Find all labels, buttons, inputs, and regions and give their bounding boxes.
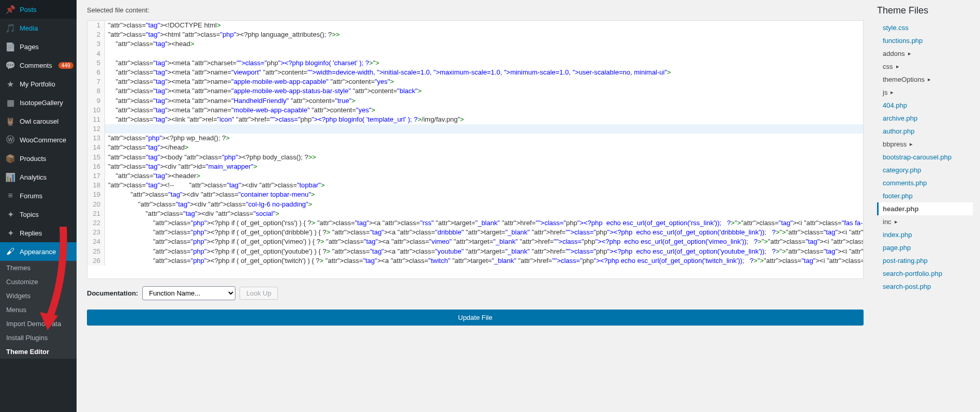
file-bbpress[interactable]: bbpress <box>879 138 973 151</box>
code-line[interactable]: 8 "attr">class="tag"><meta "attr">name="… <box>87 86 863 96</box>
file-comments-php[interactable]: comments.php <box>879 176 973 189</box>
code-line[interactable]: 7 "attr">class="tag"><meta "attr">name="… <box>87 77 863 86</box>
line-number: 5 <box>87 58 105 68</box>
code-line[interactable]: 18"attr">class="tag"><!-- "attr">class="… <box>87 181 863 190</box>
line-number: 18 <box>87 181 105 190</box>
file-post-rating-php[interactable]: post-rating.php <box>879 254 973 267</box>
sidebar-item-products[interactable]: 📦Products <box>0 149 77 168</box>
code-line[interactable]: 23 "attr">class="php"><?php if ( of_get_… <box>87 228 863 237</box>
code-line[interactable]: 16"attr">class="tag"><div "attr">id="mai… <box>87 162 863 171</box>
function-select[interactable]: Function Name... <box>142 286 235 300</box>
code-line[interactable]: 20 "attr">class="tag"><div "attr">class=… <box>87 200 863 209</box>
code-editor[interactable]: 1"attr">class="tag"><!DOCTYPE html>2"att… <box>87 20 864 279</box>
code-line[interactable]: 2"attr">class="tag"><html "attr">class="… <box>87 30 863 39</box>
file-category-php[interactable]: category.php <box>879 164 973 176</box>
code-line[interactable]: 12 <box>87 124 863 134</box>
code-line[interactable]: 21 "attr">class="tag"><div "attr">class=… <box>87 209 863 218</box>
submenu-customize[interactable]: Customize <box>0 275 77 289</box>
file-addons[interactable]: addons <box>879 47 973 60</box>
submenu-theme-editor[interactable]: Theme Editor <box>0 345 77 359</box>
file-functions-php[interactable]: functions.php <box>879 34 973 47</box>
line-content: "attr">class="php"><?php if ( of_get_opt… <box>105 218 864 228</box>
code-line[interactable]: 10 "attr">class="tag"><meta "attr">name=… <box>87 106 863 115</box>
code-line[interactable]: 9 "attr">class="tag"><meta "attr">name="… <box>87 96 863 106</box>
line-content <box>105 124 108 134</box>
code-line[interactable]: 17 "attr">class="tag"><header> <box>87 171 863 181</box>
line-number: 15 <box>87 153 105 162</box>
line-content: "attr">class="tag"><head> <box>105 39 194 49</box>
submenu-install-plugins[interactable]: Install Plugins <box>0 331 77 345</box>
woo-icon: ⓦ <box>5 135 16 145</box>
line-number: 16 <box>87 162 105 171</box>
sidebar-item-replies[interactable]: ✦Replies <box>0 224 77 242</box>
line-content: "attr">class="tag"><link "attr">rel="ico… <box>105 115 464 124</box>
file-footer-php[interactable]: footer.php <box>879 189 973 202</box>
line-content: "attr">class="tag"></head> <box>105 143 188 152</box>
sidebar-item-analytics[interactable]: 📊Analytics <box>0 168 77 186</box>
line-number: 8 <box>87 86 105 96</box>
media-icon: 🎵 <box>5 23 16 33</box>
sidebar-item-isotopegallery[interactable]: ▦IsotopeGallery <box>0 93 77 112</box>
sidebar-item-comments[interactable]: 💬Comments449 <box>0 56 77 75</box>
code-line[interactable]: 5 "attr">class="tag"><meta "attr">charse… <box>87 58 863 68</box>
line-number: 23 <box>87 228 105 237</box>
line-content: "attr">class="tag"><div "attr">class="co… <box>105 190 315 199</box>
submenu-themes[interactable]: Themes <box>0 261 77 275</box>
file-header-php[interactable]: header.php <box>877 202 973 215</box>
sidebar-item-my-portfolio[interactable]: ★My Portfolio <box>0 75 77 93</box>
theme-files-panel: Theme Files style.cssfunctions.phpaddons… <box>874 0 980 412</box>
code-line[interactable]: 19 "attr">class="tag"><div "attr">class=… <box>87 190 863 199</box>
code-line[interactable]: 22 "attr">class="php"><?php if ( of_get_… <box>87 218 863 228</box>
file-archive-php[interactable]: archive.php <box>879 112 973 125</box>
submenu-widgets[interactable]: Widgets <box>0 289 77 303</box>
file-css[interactable]: css <box>879 60 973 73</box>
sidebar-item-appearance[interactable]: 🖌Appearance <box>0 242 77 261</box>
code-line[interactable]: 24 "attr">class="php"><?php if ( of_get_… <box>87 237 863 246</box>
code-line[interactable]: 1"attr">class="tag"><!DOCTYPE html> <box>87 21 863 30</box>
file-search-post-php[interactable]: search-post.php <box>879 280 973 293</box>
file-search-portfolio-php[interactable]: search-portfolio.php <box>879 267 973 280</box>
sidebar-item-pages[interactable]: 📄Pages <box>0 37 77 56</box>
code-line[interactable]: 4 <box>87 49 863 58</box>
admin-sidebar: 📌Posts🎵Media📄Pages💬Comments449★My Portfo… <box>0 0 77 412</box>
content-label: Selected file content: <box>87 0 864 20</box>
code-line[interactable]: 3 "attr">class="tag"><head> <box>87 39 863 49</box>
file-js[interactable]: js <box>879 86 973 99</box>
page-icon: 📄 <box>5 41 16 52</box>
line-number: 9 <box>87 96 105 106</box>
product-icon: 📦 <box>5 153 16 164</box>
line-number: 14 <box>87 143 105 152</box>
file-author-php[interactable]: author.php <box>879 125 973 138</box>
sidebar-item-woocommerce[interactable]: ⓦWooCommerce <box>0 130 77 149</box>
line-content: "attr">class="tag"><meta "attr">name="Ha… <box>105 96 355 106</box>
file-page-php[interactable]: page.php <box>879 241 973 254</box>
file-bootstrap-carousel-php[interactable]: bootstrap-carousel.php <box>879 151 973 164</box>
documentation-label: Documentation: <box>87 289 138 297</box>
file-themeOptions[interactable]: themeOptions <box>879 73 973 86</box>
file-404-php[interactable]: 404.php <box>879 99 973 112</box>
sidebar-item-label: Owl carousel <box>20 117 58 125</box>
submenu-import-demo-data[interactable]: Import Demo Data <box>0 317 77 331</box>
code-line[interactable]: 14"attr">class="tag"></head> <box>87 143 863 152</box>
line-content: "attr">class="tag"><html "attr">class="p… <box>105 30 339 39</box>
file-inc[interactable]: inc <box>879 215 973 228</box>
code-line[interactable]: 6 "attr">class="tag"><meta "attr">name="… <box>87 68 863 77</box>
code-line[interactable]: 11 "attr">class="tag"><link "attr">rel="… <box>87 115 863 124</box>
code-line[interactable]: 26 "attr">class="php"><?php if ( of_get_… <box>87 256 863 266</box>
code-line[interactable]: 15"attr">class="tag"><body "attr">class=… <box>87 153 863 162</box>
submenu-menus[interactable]: Menus <box>0 303 77 317</box>
sidebar-item-owl-carousel[interactable]: 🦉Owl carousel <box>0 112 77 130</box>
sidebar-item-forums[interactable]: ≡Forums <box>0 186 77 205</box>
grid-icon: ▦ <box>5 97 16 108</box>
sidebar-item-topics[interactable]: ✦Topics <box>0 205 77 224</box>
sidebar-item-media[interactable]: 🎵Media <box>0 19 77 37</box>
code-line[interactable]: 25 "attr">class="php"><?php if ( of_get_… <box>87 247 863 256</box>
file-index-php[interactable]: index.php <box>879 228 973 241</box>
line-content: "attr">class="php"><?php if ( of_get_opt… <box>105 256 864 266</box>
line-content: "attr">class="php"><?php if ( of_get_opt… <box>105 247 864 256</box>
sidebar-item-posts[interactable]: 📌Posts <box>0 0 77 19</box>
code-line[interactable]: 13"attr">class="php"><?php wp_head(); ?> <box>87 134 863 143</box>
lookup-button[interactable]: Look Up <box>240 287 278 300</box>
update-file-button[interactable]: Update File <box>87 310 864 326</box>
file-style-css[interactable]: style.css <box>879 21 973 34</box>
